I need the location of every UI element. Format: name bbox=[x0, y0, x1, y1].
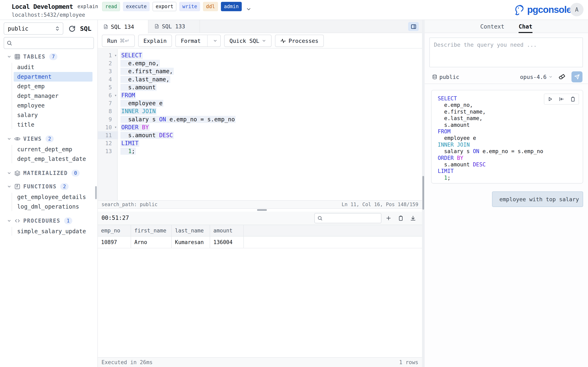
chat-input-textarea[interactable] bbox=[430, 38, 582, 67]
line-number: 8 bbox=[109, 108, 118, 114]
editor-line-7[interactable]: 7 employee e bbox=[98, 99, 422, 107]
download-results-icon[interactable] bbox=[409, 214, 417, 222]
sidebar-section-header-procedures[interactable]: PROCEDURES1 bbox=[0, 216, 97, 226]
copy-response-icon[interactable] bbox=[570, 96, 576, 102]
model-label: opus-4.6 bbox=[520, 74, 546, 80]
column-header-first_name[interactable]: first_name bbox=[131, 225, 172, 236]
permission-badge-export[interactable]: export bbox=[153, 2, 176, 11]
editor-line-2[interactable]: 2 e.emp_no, bbox=[98, 59, 422, 67]
format-button[interactable]: Format bbox=[175, 35, 221, 47]
chevron-down-icon bbox=[7, 184, 11, 189]
chat-schema-badge[interactable]: public bbox=[432, 71, 459, 83]
code-line-content: employee e bbox=[121, 100, 163, 107]
activity-pulse-icon bbox=[280, 38, 286, 44]
sidebar-item-simple_salary_update[interactable]: simple_salary_update bbox=[14, 226, 93, 236]
results-table-header: emp_nofirst_namelast_nameamount bbox=[98, 225, 422, 236]
insert-to-editor-icon[interactable] bbox=[559, 96, 564, 102]
sidebar-section-header-materialized[interactable]: MATERIALIZED0 bbox=[0, 168, 97, 178]
code-token: ORDER bbox=[438, 155, 454, 161]
tab-sql-134[interactable]: SQL 134 bbox=[98, 20, 148, 33]
sidebar-item-dept_manager[interactable]: dept_manager bbox=[14, 91, 93, 101]
result-timer-tab[interactable]: 00:51:27 bbox=[102, 215, 129, 221]
refresh-schema-button[interactable] bbox=[67, 24, 77, 33]
sidebar-scrollbar[interactable] bbox=[95, 186, 97, 199]
results-search-input[interactable] bbox=[324, 215, 393, 221]
sidebar-item-salary[interactable]: salary bbox=[14, 110, 93, 120]
editor-line-9[interactable]: 9 salary s ON e.emp_no = s.emp_no bbox=[98, 115, 422, 123]
sidebar-item-dept_emp_latest_date[interactable]: dept_emp_latest_date bbox=[14, 154, 93, 164]
sql-editor[interactable]: 1▾SELECT2 e.emp_no,3 e.first_name,4 e.la… bbox=[98, 49, 422, 200]
editor-line-5[interactable]: 5 s.amount bbox=[98, 83, 422, 91]
tab-label: SQL 134 bbox=[111, 24, 134, 30]
model-selector[interactable]: opus-4.6 bbox=[520, 74, 553, 80]
permission-badge-execute[interactable]: execute bbox=[123, 2, 150, 11]
editor-line-3[interactable]: 3 e.first_name, bbox=[98, 67, 422, 75]
fold-arrow-icon[interactable]: ▾ bbox=[115, 53, 116, 57]
sql-mode-label[interactable]: SQL bbox=[80, 25, 91, 32]
column-header-amount[interactable]: amount bbox=[210, 225, 244, 236]
run-response-play-icon[interactable] bbox=[547, 96, 553, 102]
chat-actions: opus-4.6 bbox=[520, 71, 582, 83]
permission-badge-explain[interactable]: explain bbox=[76, 2, 99, 11]
tab-context[interactable]: Context bbox=[480, 20, 504, 33]
fold-arrow-icon[interactable]: ▾ bbox=[115, 125, 116, 129]
sidebar-search[interactable] bbox=[4, 37, 94, 49]
user-avatar[interactable]: A bbox=[570, 3, 584, 16]
column-header-emp_no[interactable]: emp_no bbox=[98, 225, 131, 236]
chat-input[interactable] bbox=[429, 38, 583, 67]
editor-line-13[interactable]: 13 1; bbox=[98, 147, 422, 155]
sidebar-item-audit[interactable]: audit bbox=[14, 62, 93, 72]
panel-resize-handle[interactable] bbox=[423, 176, 424, 210]
fold-arrow-icon[interactable]: ▾ bbox=[115, 93, 116, 97]
schema-select[interactable]: public bbox=[4, 22, 63, 35]
permission-badge-read[interactable]: read bbox=[102, 2, 120, 11]
editor-line-4[interactable]: 4 e.last_name, bbox=[98, 75, 422, 83]
sidebar-item-title[interactable]: title bbox=[14, 120, 93, 129]
add-result-tab-icon[interactable] bbox=[384, 214, 393, 222]
sidebar-search-input[interactable] bbox=[14, 40, 94, 46]
line-number: 4 bbox=[109, 76, 118, 83]
sidebar-item-employee[interactable]: employee bbox=[14, 101, 93, 110]
results-search[interactable] bbox=[314, 213, 381, 223]
quick-sql-button[interactable]: Quick SQL bbox=[224, 35, 272, 47]
sidebar-section-header-functions[interactable]: FUNCTIONS2 bbox=[0, 182, 97, 192]
tab-sql-133[interactable]: SQL 133 bbox=[149, 20, 200, 33]
split-panel-button[interactable] bbox=[408, 22, 419, 31]
code-token: e.last_name, bbox=[121, 76, 169, 83]
sidebar-section-functions: FUNCTIONS2get_employee_detailslog_dml_op… bbox=[0, 182, 97, 212]
sidebar-item-dept_emp[interactable]: dept_emp bbox=[14, 82, 93, 91]
tab-chat[interactable]: Chat bbox=[519, 20, 532, 33]
editor-line-1[interactable]: 1▾SELECT bbox=[98, 51, 422, 59]
sidebar-item-log_dml_operations[interactable]: log_dml_operations bbox=[14, 202, 93, 211]
connection-host: localhost:5432/employee bbox=[12, 12, 85, 18]
permission-badge-ddl[interactable]: ddl bbox=[203, 2, 218, 11]
format-chevron-down-icon[interactable] bbox=[210, 39, 220, 43]
results-table-row[interactable]: 10897ArnoKumaresan136004 bbox=[98, 236, 422, 248]
permission-badge-admin[interactable]: admin bbox=[221, 2, 242, 11]
send-message-button[interactable] bbox=[571, 71, 582, 82]
sidebar-section-header-tables[interactable]: TABLES7 bbox=[0, 52, 97, 62]
clear-chat-eraser-icon[interactable] bbox=[558, 73, 566, 81]
copy-results-icon[interactable] bbox=[397, 214, 405, 222]
editor-line-12[interactable]: 12LIMIT bbox=[98, 139, 422, 147]
results-resize-handle[interactable] bbox=[257, 209, 267, 211]
explain-button[interactable]: Explain bbox=[138, 35, 172, 47]
quick-sql-label: Quick SQL bbox=[229, 38, 259, 44]
permission-badge-write[interactable]: write bbox=[179, 2, 200, 11]
chat-controls: public opus-4.6 bbox=[425, 71, 588, 83]
column-header-last_name[interactable]: last_name bbox=[172, 225, 210, 236]
sidebar-item-current_dept_emp[interactable]: current_dept_emp bbox=[14, 145, 93, 154]
code-token bbox=[438, 175, 444, 181]
editor-line-6[interactable]: 6▾FROM bbox=[98, 91, 422, 99]
sidebar-section-header-views[interactable]: VIEWS2 bbox=[0, 134, 97, 144]
sidebar-item-department[interactable]: department bbox=[14, 72, 93, 82]
sidebar-item-get_employee_details[interactable]: get_employee_details bbox=[14, 192, 93, 202]
editor-line-8[interactable]: 8INNER JOIN bbox=[98, 107, 422, 115]
editor-line-11[interactable]: 11 s.amount DESC bbox=[98, 131, 422, 139]
connection-chevron-down-icon[interactable] bbox=[246, 6, 251, 12]
section-count-badge: 7 bbox=[49, 53, 57, 60]
run-button[interactable]: Run ⌘↵ bbox=[102, 35, 135, 47]
editor-line-10[interactable]: 10▾ORDER BY bbox=[98, 123, 422, 131]
code-token bbox=[454, 155, 457, 161]
processes-button[interactable]: Processes bbox=[275, 35, 324, 47]
